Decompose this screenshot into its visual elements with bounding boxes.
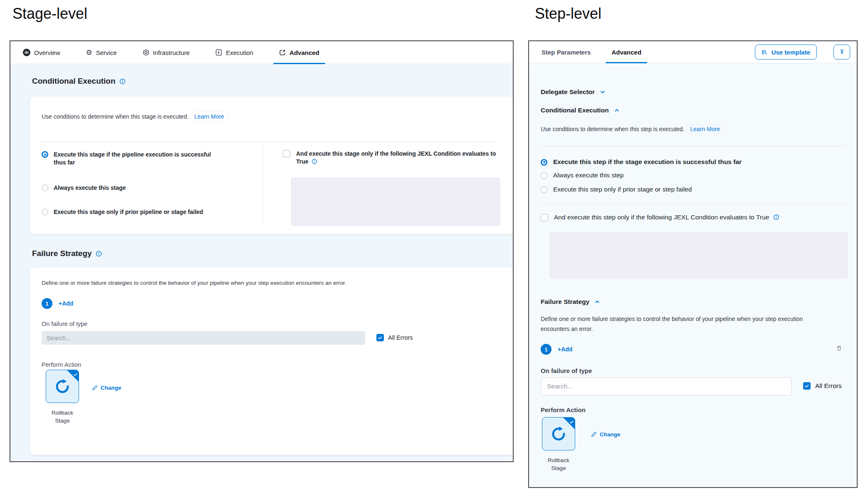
checkbox-checked-icon	[803, 382, 811, 390]
radio-option-always-execute-step[interactable]: Always execute this step	[541, 171, 624, 179]
learn-more-link[interactable]: Learn More	[687, 124, 724, 134]
tab-infrastructure[interactable]: Infrastructure	[143, 41, 190, 64]
failure-strategy-heading: Failure Strategy	[32, 249, 102, 258]
stage-tabbar: Overview ⚙ Service Infrastructure Execut…	[10, 41, 513, 64]
stage-panel: Overview ⚙ Service Infrastructure Execut…	[10, 40, 514, 462]
check-icon	[569, 418, 574, 426]
on-failure-of-type-label: On failure of type	[541, 367, 592, 374]
failure-strategy-section[interactable]: Failure Strategy	[541, 298, 600, 306]
step-level-title: Step-level	[535, 5, 601, 22]
conditional-execution-card: Use conditions to determine when this st…	[30, 97, 514, 234]
tab-step-advanced[interactable]: Advanced	[611, 41, 641, 63]
delete-strategy-button[interactable]	[836, 345, 842, 351]
conditional-execution-section[interactable]: Conditional Execution	[541, 107, 620, 114]
failure-strategy-heading: Failure Strategy	[541, 298, 589, 306]
radio-selected-icon	[42, 151, 48, 158]
pencil-icon	[91, 385, 98, 391]
conditional-execution-heading: Conditional Execution	[541, 107, 609, 114]
tab-step-parameters[interactable]: Step Parameters	[542, 41, 591, 63]
tab-overview[interactable]: Overview	[23, 41, 60, 64]
radio-option-prior-step-failed[interactable]: Execute this step only if prior stage or…	[541, 185, 692, 194]
tab-overview-label: Overview	[34, 49, 60, 56]
stage-advanced-content: Conditional Execution Use conditions to …	[10, 64, 513, 461]
change-label: Change	[600, 431, 621, 438]
checkbox-checked-icon	[376, 334, 384, 341]
add-strategy-button[interactable]: +Add	[59, 300, 73, 307]
radio-icon	[42, 209, 48, 215]
step-fs-description: Define one or more failure strategies to…	[541, 314, 828, 334]
change-action-link[interactable]: Change	[91, 385, 121, 391]
radio-option-prior-failed[interactable]: Execute this stage only if prior pipelin…	[42, 208, 233, 216]
learn-more-link[interactable]: Learn More	[191, 112, 228, 122]
step-tabbar: Step Parameters Advanced Use template	[529, 41, 857, 63]
jexl-condition-checkbox-row[interactable]: And execute this step only if the follow…	[541, 213, 779, 222]
failure-strategy-heading-text: Failure Strategy	[32, 249, 92, 258]
failure-strategy-card: Define one or more failure strategies to…	[30, 267, 514, 455]
conditional-execution-heading-text: Conditional Execution	[32, 77, 116, 86]
info-icon[interactable]	[312, 159, 317, 167]
info-icon[interactable]	[96, 251, 102, 257]
service-icon: ⚙	[86, 49, 92, 56]
step-ce-description: Use conditions to determine when this st…	[541, 126, 685, 132]
failure-type-search-input[interactable]	[541, 377, 791, 396]
pencil-icon	[591, 431, 597, 438]
change-action-link[interactable]: Change	[591, 431, 621, 438]
jexl-condition-checkbox-row[interactable]: And execute this stage only if the follo…	[283, 150, 514, 167]
strategy-count-badge[interactable]: 1	[42, 298, 52, 309]
tab-step-advanced-label: Advanced	[611, 49, 641, 56]
check-icon	[73, 371, 78, 378]
delegate-selector-heading: Delegate Selector	[541, 88, 595, 96]
rollback-stage-label: Rollback Stage	[540, 456, 577, 472]
radio-option-label: Execute this stage only if prior pipelin…	[54, 208, 203, 216]
stage-level-title: Stage-level	[12, 5, 87, 22]
jexl-checkbox-label: And execute this stage only if the follo…	[296, 150, 496, 165]
step-advanced-content: Delegate Selector Conditional Execution …	[529, 63, 857, 487]
radio-option-stage-success[interactable]: Execute this step if the stage execution…	[541, 158, 742, 166]
radio-option-label: Execute this step if the stage execution…	[553, 158, 742, 166]
upload-button[interactable]	[833, 45, 850, 60]
radio-option-pipeline-success[interactable]: Execute this stage if the pipeline execu…	[42, 151, 225, 167]
tab-advanced-label: Advanced	[289, 49, 319, 56]
infrastructure-icon	[143, 49, 149, 56]
radio-option-label: Execute this stage if the pipeline execu…	[54, 151, 212, 167]
on-failure-of-type-label: On failure of type	[42, 321, 87, 327]
jexl-condition-input[interactable]	[550, 232, 848, 278]
info-icon[interactable]	[773, 214, 779, 222]
tab-execution[interactable]: Execution	[215, 41, 253, 64]
use-template-button[interactable]: Use template	[755, 45, 817, 60]
perform-action-label: Perform Action	[42, 361, 81, 368]
screenshot-root: Stage-level Step-level Overview ⚙ Servic…	[0, 0, 868, 495]
failure-strategy-description: Define one or more failure strategies to…	[42, 280, 346, 286]
radio-option-always-execute[interactable]: Always execute this stage	[42, 184, 225, 192]
all-errors-label: All Errors	[815, 382, 842, 390]
execution-icon	[215, 49, 222, 56]
all-errors-label: All Errors	[388, 334, 413, 341]
change-label: Change	[101, 385, 121, 391]
checkbox-icon	[541, 214, 548, 221]
info-icon[interactable]	[119, 78, 126, 85]
all-errors-checkbox-row[interactable]: All Errors	[803, 382, 842, 390]
perform-action-label: Perform Action	[541, 406, 586, 413]
radio-icon	[541, 172, 547, 179]
radio-icon	[42, 184, 48, 191]
all-errors-checkbox-row[interactable]: All Errors	[376, 334, 413, 341]
tab-service[interactable]: ⚙ Service	[86, 41, 117, 64]
rollback-stage-label: Rollback Stage	[44, 409, 81, 425]
jexl-condition-input[interactable]	[291, 178, 500, 226]
advanced-icon	[279, 49, 286, 56]
rollback-stage-tile[interactable]	[46, 370, 79, 403]
tab-step-parameters-label: Step Parameters	[542, 49, 591, 56]
tab-infrastructure-label: Infrastructure	[153, 49, 190, 56]
delegate-selector-section[interactable]: Delegate Selector	[541, 88, 606, 96]
radio-option-label: Execute this step only if prior stage or…	[553, 185, 692, 194]
tab-service-label: Service	[96, 49, 117, 56]
tab-advanced[interactable]: Advanced	[279, 41, 319, 64]
rollback-stage-tile[interactable]	[542, 417, 575, 450]
strategy-count-badge[interactable]: 1	[541, 344, 551, 355]
chevron-up-icon	[594, 299, 600, 305]
add-strategy-button[interactable]: +Add	[558, 346, 572, 353]
upload-icon	[839, 49, 845, 55]
failure-type-search-input[interactable]	[42, 331, 365, 345]
use-template-label: Use template	[772, 49, 810, 56]
jexl-checkbox-label: And execute this step only if the follow…	[554, 214, 769, 221]
